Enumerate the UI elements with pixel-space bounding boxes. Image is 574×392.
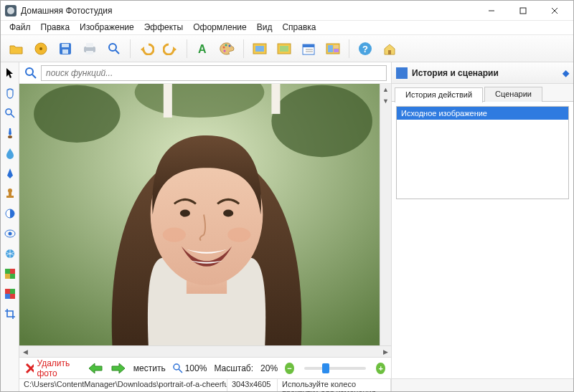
menu-edit[interactable]: Правка <box>37 21 75 34</box>
globe-tool-icon[interactable] <box>4 247 17 260</box>
svg-point-63 <box>227 228 250 242</box>
menu-image[interactable]: Изображение <box>75 21 138 34</box>
svg-point-34 <box>6 109 11 115</box>
color1-tool-icon[interactable] <box>4 267 17 280</box>
status-hint: Используйте колесо прокрутки для изменен… <box>278 379 391 391</box>
menu-file[interactable]: Файл <box>5 21 35 34</box>
image-canvas[interactable] <box>19 84 380 345</box>
history-item[interactable]: Исходное изображение <box>397 107 568 120</box>
svg-point-16 <box>225 44 227 46</box>
svg-rect-49 <box>5 294 10 299</box>
svg-rect-7 <box>62 44 69 47</box>
history-panel-icon <box>396 67 408 79</box>
home-button[interactable] <box>380 39 400 59</box>
svg-rect-38 <box>9 192 11 196</box>
zoom-reset-button[interactable]: 100% <box>173 363 207 373</box>
svg-rect-20 <box>255 46 264 52</box>
main-toolbar: A ? <box>1 35 573 62</box>
svg-rect-30 <box>334 49 339 52</box>
pin-icon[interactable]: ◆ <box>563 68 569 78</box>
delete-photo-label: Удалить фото <box>37 358 80 378</box>
zoom-in-button[interactable]: + <box>376 363 385 374</box>
svg-point-62 <box>163 228 186 242</box>
horizontal-scrollbar[interactable]: ◀▶ <box>19 345 391 357</box>
hand-tool-icon[interactable] <box>4 87 17 100</box>
svg-line-51 <box>32 75 36 78</box>
svg-point-15 <box>223 46 225 48</box>
svg-point-61 <box>223 209 233 216</box>
calendar-button[interactable] <box>298 39 319 59</box>
svg-text:?: ? <box>362 44 368 54</box>
window-title: Домашняя Фотостудия <box>21 6 476 16</box>
tab-history[interactable]: История действий <box>395 87 483 102</box>
zoom-slider[interactable] <box>304 367 367 370</box>
brush-tool-icon[interactable] <box>4 127 17 140</box>
search-icon <box>24 66 38 80</box>
close-button[interactable] <box>539 1 570 21</box>
menu-view[interactable]: Вид <box>253 21 277 34</box>
delete-photo-button[interactable]: Удалить фото <box>25 358 80 378</box>
frame2-button[interactable] <box>274 39 294 59</box>
redo-button[interactable] <box>161 39 181 59</box>
delete-icon <box>25 363 34 374</box>
color2-tool-icon[interactable] <box>4 287 17 300</box>
svg-rect-45 <box>10 269 15 274</box>
text-button[interactable]: A <box>193 39 213 59</box>
crop-tool-icon[interactable] <box>4 307 17 320</box>
drop-tool-icon[interactable] <box>4 147 17 160</box>
next-photo-button[interactable] <box>110 361 126 376</box>
pointer-tool-icon[interactable] <box>4 67 17 80</box>
svg-rect-8 <box>62 49 68 54</box>
svg-point-18 <box>224 49 226 52</box>
frame1-button[interactable] <box>250 39 270 59</box>
pen-tool-icon[interactable] <box>4 167 17 180</box>
vertical-scrollbar[interactable]: ▲▼ <box>380 84 391 345</box>
svg-point-42 <box>8 232 11 236</box>
open-button[interactable] <box>6 39 27 59</box>
svg-point-50 <box>26 68 33 75</box>
catalog-button[interactable] <box>31 39 51 59</box>
stamp-tool-icon[interactable] <box>4 187 17 200</box>
contrast-tool-icon[interactable] <box>4 207 17 220</box>
svg-point-66 <box>174 364 179 370</box>
tab-scenarios[interactable]: Сценарии <box>484 87 542 102</box>
history-panel-title: История и сценарии <box>412 68 499 78</box>
scale-value: 20% <box>260 363 278 373</box>
menu-effects[interactable]: Эффекты <box>140 21 188 34</box>
svg-text:A: A <box>198 43 207 55</box>
search-button[interactable] <box>104 39 124 59</box>
undo-button[interactable] <box>136 39 156 59</box>
right-statusbar <box>392 378 573 391</box>
menu-help[interactable]: Справка <box>278 21 320 34</box>
save-button[interactable] <box>55 39 75 59</box>
history-list[interactable]: Исходное изображение <box>396 106 569 199</box>
svg-point-5 <box>39 47 42 50</box>
function-search-input[interactable] <box>41 65 387 81</box>
print-button[interactable] <box>80 39 100 59</box>
palette-button[interactable] <box>217 39 237 59</box>
eye-tool-icon[interactable] <box>4 227 17 240</box>
zoom-tool-icon[interactable] <box>4 107 17 120</box>
collage-button[interactable] <box>323 39 343 59</box>
zoom-out-button[interactable]: − <box>285 363 294 374</box>
svg-point-17 <box>229 44 231 47</box>
maximize-button[interactable] <box>507 1 539 21</box>
tool-sidebar <box>1 62 19 391</box>
help-button[interactable]: ? <box>355 39 375 59</box>
status-dimensions: 3043x4605 <box>227 379 278 391</box>
fit-label[interactable]: местить <box>133 363 166 373</box>
scale-label: Масштаб: <box>214 363 253 373</box>
svg-rect-10 <box>86 43 93 47</box>
prev-photo-button[interactable] <box>88 361 103 376</box>
menu-design[interactable]: Оформление <box>189 21 250 34</box>
svg-rect-39 <box>6 196 14 198</box>
svg-point-60 <box>180 209 190 216</box>
minimize-button[interactable] <box>476 1 507 21</box>
svg-line-67 <box>179 369 182 373</box>
svg-line-13 <box>116 50 119 54</box>
menubar: Файл Правка Изображение Эффекты Оформлен… <box>1 21 573 35</box>
svg-point-12 <box>109 44 116 51</box>
svg-point-53 <box>34 85 120 143</box>
svg-rect-24 <box>303 44 314 47</box>
svg-rect-1 <box>520 8 526 14</box>
